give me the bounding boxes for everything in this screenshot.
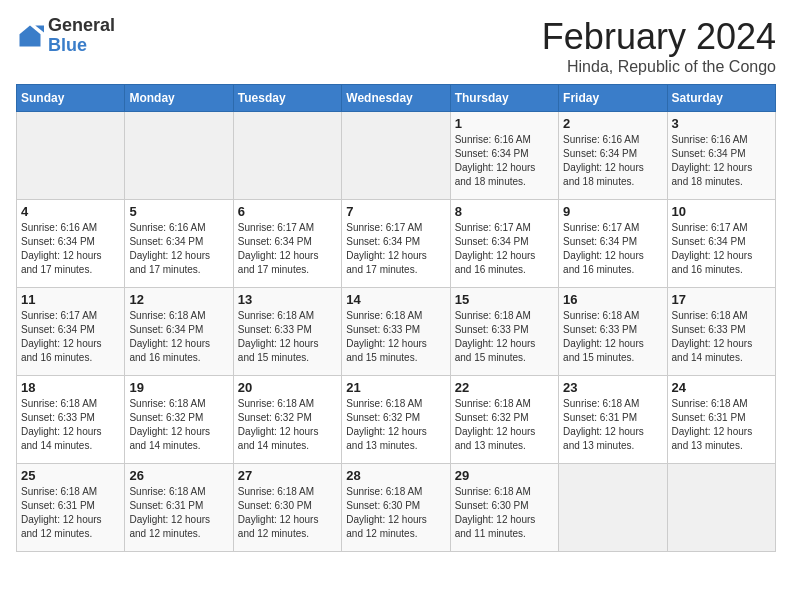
day-info: Sunrise: 6:16 AM Sunset: 6:34 PM Dayligh… <box>455 133 554 189</box>
weekday-header-thursday: Thursday <box>450 85 558 112</box>
weekday-header-wednesday: Wednesday <box>342 85 450 112</box>
day-number: 14 <box>346 292 445 307</box>
calendar-cell <box>342 112 450 200</box>
calendar-cell: 18Sunrise: 6:18 AM Sunset: 6:33 PM Dayli… <box>17 376 125 464</box>
day-number: 19 <box>129 380 228 395</box>
calendar-cell: 7Sunrise: 6:17 AM Sunset: 6:34 PM Daylig… <box>342 200 450 288</box>
calendar-cell: 15Sunrise: 6:18 AM Sunset: 6:33 PM Dayli… <box>450 288 558 376</box>
calendar-week-row: 11Sunrise: 6:17 AM Sunset: 6:34 PM Dayli… <box>17 288 776 376</box>
day-number: 18 <box>21 380 120 395</box>
calendar-cell: 1Sunrise: 6:16 AM Sunset: 6:34 PM Daylig… <box>450 112 558 200</box>
calendar-cell: 8Sunrise: 6:17 AM Sunset: 6:34 PM Daylig… <box>450 200 558 288</box>
logo-icon <box>16 22 44 50</box>
day-info: Sunrise: 6:18 AM Sunset: 6:30 PM Dayligh… <box>346 485 445 541</box>
calendar-cell <box>667 464 775 552</box>
day-number: 28 <box>346 468 445 483</box>
calendar-cell <box>17 112 125 200</box>
calendar-week-row: 18Sunrise: 6:18 AM Sunset: 6:33 PM Dayli… <box>17 376 776 464</box>
day-number: 7 <box>346 204 445 219</box>
day-number: 1 <box>455 116 554 131</box>
day-info: Sunrise: 6:16 AM Sunset: 6:34 PM Dayligh… <box>21 221 120 277</box>
day-info: Sunrise: 6:18 AM Sunset: 6:31 PM Dayligh… <box>672 397 771 453</box>
day-number: 6 <box>238 204 337 219</box>
logo-general-text: General <box>48 16 115 36</box>
calendar-table: SundayMondayTuesdayWednesdayThursdayFrid… <box>16 84 776 552</box>
day-number: 13 <box>238 292 337 307</box>
day-number: 21 <box>346 380 445 395</box>
calendar-cell <box>559 464 667 552</box>
calendar-cell: 5Sunrise: 6:16 AM Sunset: 6:34 PM Daylig… <box>125 200 233 288</box>
calendar-cell: 14Sunrise: 6:18 AM Sunset: 6:33 PM Dayli… <box>342 288 450 376</box>
day-number: 23 <box>563 380 662 395</box>
day-number: 12 <box>129 292 228 307</box>
day-info: Sunrise: 6:17 AM Sunset: 6:34 PM Dayligh… <box>346 221 445 277</box>
page-header: General Blue February 2024 Hinda, Republ… <box>16 16 776 76</box>
day-number: 3 <box>672 116 771 131</box>
calendar-cell: 24Sunrise: 6:18 AM Sunset: 6:31 PM Dayli… <box>667 376 775 464</box>
day-info: Sunrise: 6:17 AM Sunset: 6:34 PM Dayligh… <box>21 309 120 365</box>
calendar-cell: 17Sunrise: 6:18 AM Sunset: 6:33 PM Dayli… <box>667 288 775 376</box>
day-number: 27 <box>238 468 337 483</box>
calendar-cell <box>125 112 233 200</box>
weekday-header-row: SundayMondayTuesdayWednesdayThursdayFrid… <box>17 85 776 112</box>
calendar-cell: 4Sunrise: 6:16 AM Sunset: 6:34 PM Daylig… <box>17 200 125 288</box>
day-number: 16 <box>563 292 662 307</box>
calendar-cell: 27Sunrise: 6:18 AM Sunset: 6:30 PM Dayli… <box>233 464 341 552</box>
calendar-cell <box>233 112 341 200</box>
day-number: 11 <box>21 292 120 307</box>
day-info: Sunrise: 6:18 AM Sunset: 6:34 PM Dayligh… <box>129 309 228 365</box>
day-number: 5 <box>129 204 228 219</box>
logo-blue-text: Blue <box>48 36 115 56</box>
day-info: Sunrise: 6:18 AM Sunset: 6:32 PM Dayligh… <box>346 397 445 453</box>
day-number: 2 <box>563 116 662 131</box>
day-number: 25 <box>21 468 120 483</box>
calendar-cell: 21Sunrise: 6:18 AM Sunset: 6:32 PM Dayli… <box>342 376 450 464</box>
day-info: Sunrise: 6:18 AM Sunset: 6:32 PM Dayligh… <box>455 397 554 453</box>
calendar-cell: 13Sunrise: 6:18 AM Sunset: 6:33 PM Dayli… <box>233 288 341 376</box>
weekday-header-monday: Monday <box>125 85 233 112</box>
calendar-cell: 23Sunrise: 6:18 AM Sunset: 6:31 PM Dayli… <box>559 376 667 464</box>
calendar-week-row: 4Sunrise: 6:16 AM Sunset: 6:34 PM Daylig… <box>17 200 776 288</box>
day-number: 20 <box>238 380 337 395</box>
calendar-cell: 19Sunrise: 6:18 AM Sunset: 6:32 PM Dayli… <box>125 376 233 464</box>
day-number: 8 <box>455 204 554 219</box>
day-info: Sunrise: 6:18 AM Sunset: 6:31 PM Dayligh… <box>129 485 228 541</box>
calendar-cell: 11Sunrise: 6:17 AM Sunset: 6:34 PM Dayli… <box>17 288 125 376</box>
day-info: Sunrise: 6:16 AM Sunset: 6:34 PM Dayligh… <box>129 221 228 277</box>
logo: General Blue <box>16 16 115 56</box>
svg-marker-0 <box>20 25 41 46</box>
day-info: Sunrise: 6:18 AM Sunset: 6:33 PM Dayligh… <box>346 309 445 365</box>
day-info: Sunrise: 6:18 AM Sunset: 6:31 PM Dayligh… <box>563 397 662 453</box>
calendar-week-row: 25Sunrise: 6:18 AM Sunset: 6:31 PM Dayli… <box>17 464 776 552</box>
calendar-cell: 6Sunrise: 6:17 AM Sunset: 6:34 PM Daylig… <box>233 200 341 288</box>
day-number: 17 <box>672 292 771 307</box>
day-info: Sunrise: 6:17 AM Sunset: 6:34 PM Dayligh… <box>455 221 554 277</box>
day-info: Sunrise: 6:18 AM Sunset: 6:33 PM Dayligh… <box>21 397 120 453</box>
day-info: Sunrise: 6:18 AM Sunset: 6:30 PM Dayligh… <box>455 485 554 541</box>
day-info: Sunrise: 6:18 AM Sunset: 6:33 PM Dayligh… <box>563 309 662 365</box>
calendar-cell: 26Sunrise: 6:18 AM Sunset: 6:31 PM Dayli… <box>125 464 233 552</box>
day-info: Sunrise: 6:17 AM Sunset: 6:34 PM Dayligh… <box>672 221 771 277</box>
calendar-cell: 10Sunrise: 6:17 AM Sunset: 6:34 PM Dayli… <box>667 200 775 288</box>
calendar-cell: 9Sunrise: 6:17 AM Sunset: 6:34 PM Daylig… <box>559 200 667 288</box>
weekday-header-saturday: Saturday <box>667 85 775 112</box>
day-number: 15 <box>455 292 554 307</box>
day-number: 10 <box>672 204 771 219</box>
day-info: Sunrise: 6:18 AM Sunset: 6:33 PM Dayligh… <box>672 309 771 365</box>
day-number: 29 <box>455 468 554 483</box>
day-number: 9 <box>563 204 662 219</box>
day-info: Sunrise: 6:17 AM Sunset: 6:34 PM Dayligh… <box>563 221 662 277</box>
day-info: Sunrise: 6:18 AM Sunset: 6:31 PM Dayligh… <box>21 485 120 541</box>
calendar-cell: 12Sunrise: 6:18 AM Sunset: 6:34 PM Dayli… <box>125 288 233 376</box>
day-number: 22 <box>455 380 554 395</box>
calendar-week-row: 1Sunrise: 6:16 AM Sunset: 6:34 PM Daylig… <box>17 112 776 200</box>
calendar-cell: 16Sunrise: 6:18 AM Sunset: 6:33 PM Dayli… <box>559 288 667 376</box>
day-info: Sunrise: 6:16 AM Sunset: 6:34 PM Dayligh… <box>563 133 662 189</box>
day-info: Sunrise: 6:18 AM Sunset: 6:33 PM Dayligh… <box>238 309 337 365</box>
weekday-header-tuesday: Tuesday <box>233 85 341 112</box>
month-title: February 2024 <box>542 16 776 58</box>
day-number: 26 <box>129 468 228 483</box>
day-info: Sunrise: 6:16 AM Sunset: 6:34 PM Dayligh… <box>672 133 771 189</box>
day-info: Sunrise: 6:18 AM Sunset: 6:30 PM Dayligh… <box>238 485 337 541</box>
calendar-cell: 28Sunrise: 6:18 AM Sunset: 6:30 PM Dayli… <box>342 464 450 552</box>
